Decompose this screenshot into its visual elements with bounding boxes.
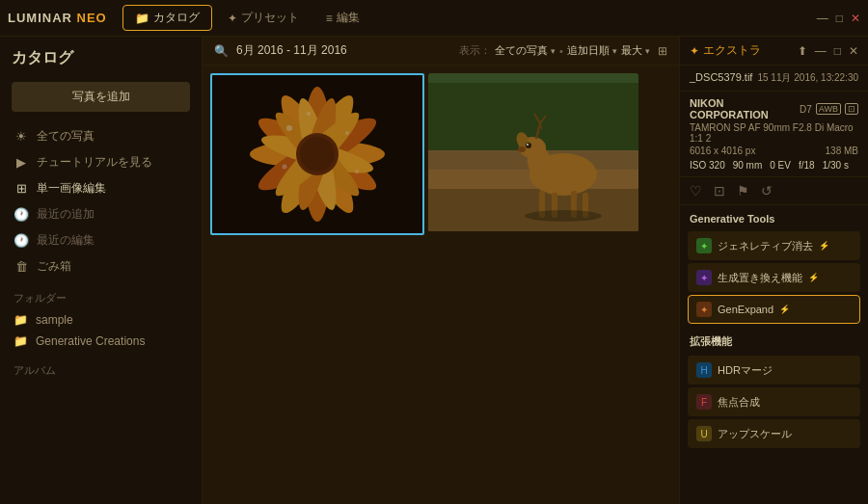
panel-header: ✦ エクストラ ⬆ — □ ✕	[680, 37, 868, 66]
sort-chevron: ▾	[612, 46, 617, 56]
folder-generative-creations[interactable]: 📁 Generative Creations	[0, 331, 202, 352]
generative-tools-label: Generative Tools	[680, 205, 868, 228]
sidebar-item-trash-label: ごみ箱	[37, 258, 71, 275]
rotate-icon[interactable]: ↺	[761, 183, 773, 199]
sidebar-title: カタログ	[0, 44, 202, 78]
clock2-icon: 🕐	[14, 233, 29, 248]
sort-dropdown[interactable]: 追加日順 ▾	[567, 43, 617, 58]
photo-grid	[203, 66, 679, 504]
main-content: 🔍 6月 2016 - 11月 2016 表示： 全ての写真 ▾ • 追加日順 …	[203, 37, 679, 504]
svg-rect-41	[428, 73, 638, 231]
folder-generative-icon: 📁	[14, 334, 28, 348]
photo-thumb-flower[interactable]	[210, 73, 424, 235]
tab-catalog-label: カタログ	[153, 10, 200, 26]
sidebar-item-tutorial[interactable]: ▶ チュートリアルを見る	[0, 149, 202, 175]
logo-text: LUMINAR NEO	[8, 11, 107, 25]
tab-catalog[interactable]: 📁 カタログ	[122, 5, 212, 31]
extensions-label: 拡張機能	[680, 327, 868, 353]
generative-replace-icon: ✦	[696, 270, 712, 285]
awb-badge: AWB	[816, 103, 841, 115]
camera-model-text: D7	[800, 104, 812, 115]
heart-icon[interactable]: ♡	[690, 183, 702, 199]
size-dropdown[interactable]: 最大 ▾	[621, 43, 650, 58]
star-icon: ✦	[690, 44, 699, 58]
panel-scroll-area[interactable]: _DSC5379.tif 15 11月 2016, 13:22:30 NIKON…	[680, 66, 868, 504]
close-panel-icon[interactable]: ✕	[849, 44, 858, 58]
tool-hdr-merge[interactable]: H HDRマージ	[688, 356, 860, 385]
folder-sample[interactable]: 📁 sample	[0, 309, 202, 331]
folder-sample-label: sample	[36, 313, 73, 327]
folder-sample-icon: 📁	[14, 313, 28, 327]
panel-tab-label: エクストラ	[703, 42, 761, 59]
tool-generative-erase[interactable]: ✦ ジェネレティブ消去 ⚡	[688, 231, 860, 260]
sidebar-item-recent-add[interactable]: 🕐 最近の追加	[0, 201, 202, 227]
camera-brand-row: NIKON CORPORATION D7 AWB ⊡	[690, 97, 858, 120]
trash-icon: 🗑	[14, 259, 29, 274]
share-icon[interactable]: ⬆	[798, 44, 807, 58]
sidebar-item-trash[interactable]: 🗑 ごみ箱	[0, 253, 202, 279]
sidebar-item-tutorial-label: チュートリアルを見る	[37, 154, 152, 171]
panel-tab-extra[interactable]: ✦ エクストラ	[690, 42, 761, 59]
view-all-dropdown[interactable]: 全ての写真 ▾	[495, 43, 556, 58]
lightning-icon-3: ⚡	[779, 305, 790, 314]
camera-mode-badge: ⊡	[845, 103, 858, 115]
main-layout: カタログ 写真を追加 ☀ 全ての写真 ▶ チュートリアルを見る ⊞ 単一画像編集…	[0, 37, 868, 504]
sidebar-item-all-photos-label: 全ての写真	[37, 128, 95, 145]
minimize-button[interactable]: —	[817, 12, 828, 25]
crop-icon[interactable]: ⊡	[714, 183, 725, 199]
focus-label: 焦点合成	[718, 395, 760, 410]
lightning-icon-1: ⚡	[819, 241, 829, 251]
hdr-label: HDRマージ	[718, 363, 773, 378]
add-photos-button[interactable]: 写真を追加	[12, 82, 190, 112]
minimize-panel-icon[interactable]: —	[815, 44, 827, 58]
flag-icon[interactable]: ⚑	[737, 183, 749, 199]
tool-generative-replace[interactable]: ✦ 生成置き換え機能 ⚡	[688, 263, 860, 292]
tab-edit-label: 編集	[337, 10, 360, 26]
resolution-text: 6016 x 4016 px	[690, 146, 755, 156]
tab-presets[interactable]: ✦ プリセット	[216, 6, 311, 30]
folder-generative-label: Generative Creations	[36, 334, 145, 348]
iso-text: ISO 320	[690, 160, 725, 171]
tab-edit[interactable]: ≡ 編集	[314, 6, 371, 30]
tool-focus-stacking[interactable]: F 焦点合成	[688, 387, 860, 416]
lens-info: TAMRON SP AF 90mm F2.8 Di Macro 1:1 2	[690, 122, 858, 144]
view-all-chevron: ▾	[551, 46, 556, 56]
exif-row: ISO 320 90 mm 0 EV f/18 1/30 s	[690, 160, 858, 171]
deer-image	[428, 73, 638, 231]
camera-info: NIKON CORPORATION D7 AWB ⊡ TAMRON SP AF …	[680, 92, 868, 177]
ev-text: 0 EV	[770, 160, 791, 171]
presets-icon: ✦	[228, 12, 237, 25]
tool-upscale[interactable]: U アップスケール	[688, 419, 860, 448]
sidebar-item-single-edit-label: 単一画像編集	[37, 180, 106, 197]
sidebar-item-all-photos[interactable]: ☀ 全ての写真	[0, 123, 202, 149]
date-range: 6月 2016 - 11月 2016	[236, 42, 347, 59]
edit-icon: ≡	[326, 12, 333, 25]
file-info: _DSC5379.tif 15 11月 2016, 13:22:30	[680, 66, 868, 92]
photo-thumb-deer[interactable]	[428, 73, 638, 235]
sidebar-item-recent-edit[interactable]: 🕐 最近の編集	[0, 227, 202, 253]
upscale-icon: U	[696, 426, 712, 441]
focal-text: 90 mm	[733, 160, 763, 171]
resize-panel-icon[interactable]: □	[834, 44, 841, 58]
view-label: 表示：	[459, 43, 491, 58]
flower-image	[212, 75, 422, 233]
close-button[interactable]: ✕	[851, 12, 860, 25]
grid-icon: ⊞	[14, 181, 29, 196]
hdr-icon: H	[696, 362, 712, 378]
view-options: 表示： 全ての写真 ▾ • 追加日順 ▾ 最大 ▾	[459, 43, 650, 58]
file-size-text: 138 MB	[826, 146, 858, 156]
panel-action-buttons: ⬆ — □ ✕	[798, 44, 858, 58]
tool-genexpand[interactable]: ✦ GenExpand ⚡	[688, 295, 860, 324]
search-icon[interactable]: 🔍	[214, 44, 229, 58]
focus-icon: F	[696, 394, 712, 410]
sidebar-item-single-edit[interactable]: ⊞ 単一画像編集	[0, 175, 202, 201]
sidebar: カタログ 写真を追加 ☀ 全ての写真 ▶ チュートリアルを見る ⊞ 単一画像編集…	[0, 37, 203, 504]
maximize-button[interactable]: □	[836, 12, 843, 25]
camera-brand-text: NIKON CORPORATION	[690, 97, 796, 120]
grid-view-icon[interactable]: ⊞	[658, 44, 667, 58]
app-logo: LUMINAR NEO	[8, 11, 107, 25]
window-controls: — □ ✕	[817, 12, 860, 25]
separator1: •	[559, 45, 563, 57]
folders-section-label: フォルダー	[0, 279, 202, 309]
nav-tabs: 📁 カタログ ✦ プリセット ≡ 編集	[122, 5, 817, 31]
